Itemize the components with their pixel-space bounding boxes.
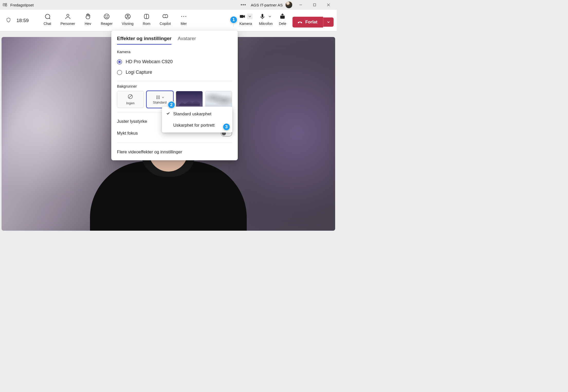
titlebar-left: Fredagstipset [3, 2, 34, 7]
share-button[interactable]: Dele [276, 13, 289, 26]
leave-button-main[interactable]: Forlat [292, 17, 323, 27]
divider [117, 143, 232, 143]
chat-button[interactable]: Chat [39, 13, 56, 26]
rooms-button[interactable]: Rom [138, 13, 155, 26]
soft-focus-label: Mykt fokus [117, 131, 138, 136]
background-none[interactable]: Ingen [117, 91, 144, 108]
minimize-button[interactable] [295, 1, 306, 9]
svg-point-25 [158, 97, 158, 98]
leave-chevron-button[interactable] [323, 17, 334, 27]
annotation-badge-2: 2 [168, 101, 175, 109]
background-blur-right [242, 37, 335, 231]
svg-point-21 [157, 96, 157, 96]
hand-icon [84, 13, 91, 20]
share-icon [279, 13, 286, 20]
people-label: Personer [60, 22, 75, 26]
meeting-title: Fredagstipset [10, 3, 34, 7]
svg-point-8 [106, 16, 106, 16]
svg-point-7 [104, 14, 109, 19]
leave-label: Forlat [305, 20, 317, 25]
svg-point-6 [67, 14, 69, 16]
chevron-down-icon[interactable] [162, 96, 164, 99]
copilot-label: Copilot [160, 22, 171, 26]
chat-icon [44, 13, 51, 20]
svg-point-22 [158, 96, 158, 96]
divider [117, 81, 232, 81]
meeting-toolbar: 18:59 Chat Personer Hev Reager [0, 10, 337, 31]
org-name: AGS IT-partner AS [251, 3, 283, 7]
svg-line-20 [129, 95, 132, 98]
svg-point-1 [6, 3, 7, 4]
share-label: Dele [279, 22, 286, 26]
svg-rect-17 [262, 14, 263, 17]
shield-icon[interactable] [6, 17, 11, 24]
blur-icon [155, 95, 164, 100]
microphone-label: Mikrofon [259, 22, 273, 26]
blur-dropdown: Standard uskarphet Uskarphet for portret… [162, 107, 232, 133]
annotation-badge-1: 1 [230, 16, 237, 24]
copilot-button[interactable]: Copilot [155, 13, 176, 26]
people-icon [64, 13, 71, 20]
maximize-button[interactable] [309, 1, 320, 9]
none-icon [127, 94, 133, 101]
rooms-icon [143, 13, 150, 20]
more-video-effects-link[interactable]: Flere videoeffekter og innstillinger [117, 146, 232, 157]
microphone-chevron-button[interactable] [267, 14, 273, 19]
popover-tabs: Effekter og innstillinger Avatarer [117, 36, 232, 45]
svg-rect-16 [240, 15, 243, 18]
view-button[interactable]: Visning [117, 13, 138, 26]
svg-point-29 [159, 98, 160, 99]
svg-point-24 [157, 97, 157, 98]
blur-option-standard-label: Standard uskarphet [173, 111, 211, 117]
check-icon [166, 111, 171, 117]
toolbar-left: 18:59 [0, 10, 29, 31]
leave-button[interactable]: Forlat [292, 17, 334, 27]
camera-button[interactable]: Kamera [236, 13, 256, 26]
svg-point-26 [159, 97, 160, 98]
camera-option-1[interactable]: HD Pro Webcam C920 [117, 57, 232, 67]
svg-point-28 [158, 98, 158, 99]
more-button[interactable]: Mer [176, 13, 192, 26]
camera-chevron-button[interactable] [247, 14, 253, 19]
camera-settings-popover: Effekter og innstillinger Avatarer Kamer… [111, 31, 238, 160]
meeting-time: 18:59 [16, 18, 29, 23]
people-button[interactable]: Personer [56, 13, 80, 26]
more-options-button[interactable]: ••• [239, 2, 248, 8]
camera-option-2[interactable]: Logi Capture [117, 67, 232, 78]
svg-rect-3 [314, 4, 316, 6]
more-label: Mer [181, 22, 187, 26]
background-image-1[interactable] [176, 91, 203, 108]
radio-icon [117, 59, 122, 64]
hangup-icon [297, 19, 303, 25]
blur-option-portrait[interactable]: Uskarphet for portrett [162, 120, 232, 131]
tab-effects[interactable]: Effekter og innstillinger [117, 36, 171, 45]
avatar[interactable] [285, 1, 292, 8]
blur-option-portrait-label: Uskarphet for portrett [173, 123, 215, 128]
chat-label: Chat [44, 22, 51, 26]
microphone-icon [259, 13, 266, 20]
background-image-2[interactable] [205, 91, 232, 108]
raise-hand-button[interactable]: Hev [80, 13, 96, 26]
background-standard-label: Standard [153, 100, 167, 104]
brightness-label: Juster lysstyrke [117, 119, 147, 124]
more-icon [180, 13, 187, 20]
toolbar-right: Kamera Mikrofon Dele [232, 10, 334, 31]
camera-option-1-label: HD Pro Webcam C920 [126, 59, 173, 64]
react-button[interactable]: Reager [96, 13, 117, 26]
svg-point-23 [159, 96, 160, 96]
camera-option-2-label: Logi Capture [126, 70, 152, 75]
camera-icon [239, 13, 246, 20]
teams-icon [3, 2, 8, 7]
copilot-icon [162, 13, 169, 20]
microphone-button[interactable]: Mikrofon [256, 13, 276, 26]
camera-label: Kamera [239, 22, 252, 26]
react-label: Reager [101, 22, 113, 26]
raise-hand-label: Hev [85, 22, 91, 26]
svg-point-11 [127, 15, 128, 16]
svg-point-15 [185, 16, 186, 17]
blur-option-standard[interactable]: Standard uskarphet [162, 108, 232, 120]
close-button[interactable] [323, 1, 334, 9]
rooms-label: Rom [143, 22, 151, 26]
svg-point-27 [157, 98, 157, 99]
tab-avatars[interactable]: Avatarer [178, 36, 196, 45]
